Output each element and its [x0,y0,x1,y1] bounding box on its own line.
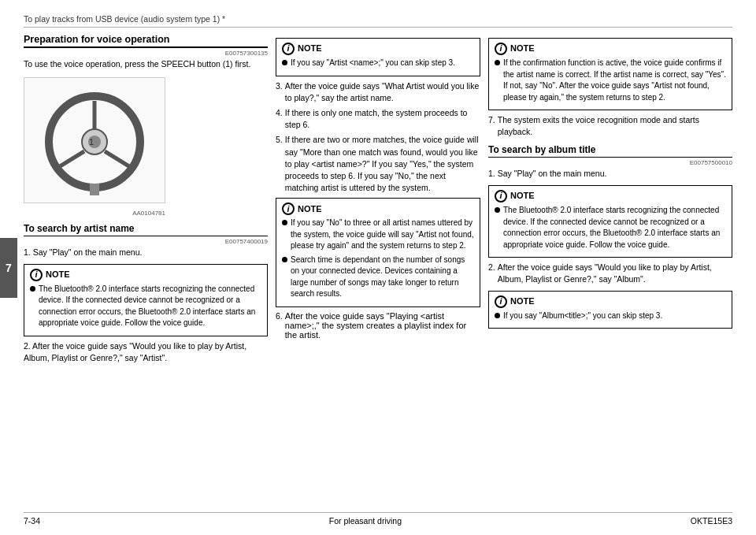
side-tab-number: 7 [6,262,12,274]
bullet-icon [495,60,500,65]
note-title-no-artist: i NOTE [282,202,474,215]
left-column: Preparation for voice operation E0075730… [24,34,268,501]
note-box-album-skip: i NOTE If you say "Album<title>;" you ca… [488,291,732,329]
svg-rect-6 [90,184,99,195]
section-title-preparation: Preparation for voice operation [24,34,268,48]
note-icon-3: i [282,202,295,215]
step-3: 3. After the voice guide says "What Arti… [276,80,480,104]
note-album-bt-bullet: The Bluetooth® 2.0 interface starts reco… [495,205,726,251]
footer-code: OKTE15E3 [691,516,732,526]
note-title-confirmation: i NOTE [495,43,726,55]
bullet-icon [30,286,35,292]
bullet-icon [495,313,500,318]
note-title-album-bt: i NOTE [495,190,726,202]
note-box-no-artist: i NOTE If you say "No" to three or all a… [276,198,480,307]
subsection-album-title: To search by album title [488,144,732,158]
section-id-preparation: E00757300135 [24,50,268,57]
step-6: 6. After the voice guide says "Playing <… [276,311,480,340]
image-label: AA0104781 [24,210,165,217]
subsection-artist-name: To search by artist name [24,223,268,236]
note-box-artist-skip: i NOTE If you say "Artist <name>;" you c… [276,38,480,76]
note-icon-5: i [495,190,507,202]
steps-3-5: 3. After the voice guide says "What Arti… [276,80,480,195]
page-footer: 7-34 For pleasant driving OKTE15E3 [24,512,732,526]
note-title-artist-skip: i NOTE [282,43,474,55]
svg-text:1: 1 [89,137,94,147]
bullet-icon [282,257,287,262]
main-content: Preparation for voice operation E0075730… [24,34,732,501]
svg-line-4 [57,151,84,168]
album-step2: 2. After the voice guide says "Would you… [488,262,732,285]
note-title-album-skip: i NOTE [495,295,726,308]
intro-text: To use the voice operation, press the SP… [24,58,268,71]
note-icon-2: i [282,43,295,55]
subsection-artist-id: E00757400019 [24,238,268,245]
artist-step2: 2. After the voice guide says "Would you… [24,340,268,366]
note-box-confirmation: i NOTE If the confirmation function is a… [488,38,732,110]
note-confirmation-bullet: If the confirmation function is active, … [495,58,726,103]
note-bullet-1: The Bluetooth® 2.0 interface starts reco… [30,284,261,329]
steering-wheel-svg: 1 [35,85,154,195]
bullet-icon [282,60,287,65]
note-album-skip-bullet: If you say "Album<title>;" you can skip … [495,310,726,322]
note-icon-6: i [495,295,507,308]
step-5: 5. If there are two or more matches, the… [276,134,480,194]
steering-wheel-image: 1 [24,77,165,203]
right-column: i NOTE If the confirmation function is a… [488,34,732,501]
note-no-artist-bullet-1: If you say "No" to three or all artist n… [282,217,474,252]
note-icon-4: i [495,43,507,55]
page-header: To play tracks from USB device (audio sy… [24,14,732,28]
footer-center: For pleasant driving [329,516,402,526]
bullet-icon [282,220,287,225]
note-title-1: i NOTE [30,269,261,281]
step-7: 7. The system exits the voice recognitio… [488,114,732,138]
note-artist-skip-bullet: If you say "Artist <name>;" you can skip… [282,58,474,69]
bullet-icon [495,207,500,213]
step-4: 4. If there is only one match, the syste… [276,107,480,131]
note-box-bluetooth: i NOTE The Bluetooth® 2.0 interface star… [24,264,268,336]
footer-page-number: 7-34 [24,516,40,526]
note-icon-1: i [30,269,43,281]
middle-column: i NOTE If you say "Artist <name>;" you c… [276,34,480,501]
side-tab: 7 [0,238,17,298]
page: 7 To play tracks from USB device (audio … [0,0,756,535]
note-no-artist-bullet-2: Search time is dependant on the number o… [282,254,474,300]
subsection-album-id: E00757500010 [488,159,732,166]
artist-step1: 1. Say "Play" on the main menu. [24,247,268,259]
album-step1: 1. Say "Play" on the main menu. [488,168,732,180]
svg-line-5 [105,151,132,168]
note-box-album-bluetooth: i NOTE The Bluetooth® 2.0 interface star… [488,185,732,258]
